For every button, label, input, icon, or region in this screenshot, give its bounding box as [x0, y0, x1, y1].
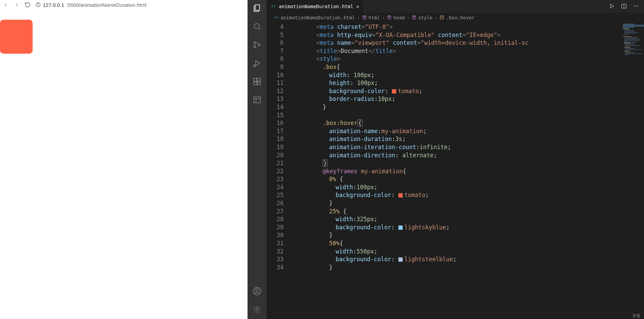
browser-toolbar: 127.0.0.1:5500/animationNameDuration.htm…	[0, 0, 248, 10]
forward-icon[interactable]	[14, 2, 20, 8]
tab-filename: animationNameDuration.html	[279, 4, 353, 9]
close-icon[interactable]: ×	[356, 3, 359, 10]
breadcrumbs[interactable]: animationNameDuration.html›html›head›sty…	[267, 13, 644, 22]
svg-line-5	[258, 28, 260, 30]
address-bar[interactable]: 127.0.0.1:5500/animationNameDuration.htm…	[35, 2, 147, 8]
svg-point-2	[38, 3, 38, 4]
code-content[interactable]: <meta charset="UTF-8"><meta http-equiv="…	[292, 22, 621, 319]
more-icon[interactable]	[633, 3, 639, 10]
svg-point-8	[258, 44, 260, 46]
html-file-icon	[271, 3, 276, 10]
split-editor-icon[interactable]	[621, 3, 627, 10]
svg-rect-11	[254, 82, 257, 85]
source-control-icon[interactable]	[252, 40, 262, 50]
explorer-icon[interactable]	[252, 3, 262, 13]
svg-point-6	[254, 42, 256, 43]
svg-rect-3	[255, 5, 260, 10]
svg-point-9	[253, 65, 256, 67]
back-icon[interactable]	[3, 2, 9, 8]
rendered-box[interactable]	[0, 20, 33, 54]
minimap[interactable]	[621, 22, 644, 319]
vscode-pane: animationNameDuration.html × animationNa…	[248, 0, 644, 319]
svg-point-19	[256, 308, 258, 311]
activity-bar	[248, 0, 267, 319]
tab-strip: animationNameDuration.html ×	[267, 0, 644, 13]
browser-pane: 127.0.0.1:5500/animationNameDuration.htm…	[0, 0, 248, 319]
url-path: :5500/animationNameDuration.html	[66, 2, 147, 8]
live-preview-icon[interactable]	[252, 95, 262, 105]
svg-point-24	[638, 5, 639, 6]
line-number-gutter: 4567891011121314151617181920212223242526…	[267, 22, 292, 319]
extensions-icon[interactable]	[252, 77, 262, 86]
svg-point-22	[634, 5, 635, 6]
url-host: 127.0.0.1	[43, 2, 64, 8]
settings-gear-icon[interactable]	[252, 305, 262, 314]
search-icon[interactable]	[252, 22, 262, 31]
debug-icon[interactable]	[252, 58, 262, 68]
status-right[interactable]: 분할	[629, 312, 644, 319]
tab-actions	[609, 0, 644, 13]
svg-rect-14	[254, 97, 260, 103]
svg-point-7	[254, 46, 256, 48]
code-area[interactable]: 4567891011121314151617181920212223242526…	[267, 22, 644, 319]
svg-rect-12	[257, 82, 260, 85]
account-icon[interactable]	[252, 286, 262, 296]
tab-active[interactable]: animationNameDuration.html ×	[267, 0, 364, 13]
browser-viewport	[0, 10, 248, 319]
svg-rect-13	[257, 78, 260, 81]
editor-area: animationNameDuration.html × animationNa…	[267, 0, 644, 319]
svg-rect-10	[254, 78, 257, 81]
svg-point-18	[256, 289, 258, 291]
svg-point-23	[636, 5, 637, 6]
svg-point-4	[254, 23, 259, 29]
run-icon[interactable]	[609, 3, 615, 10]
reload-icon[interactable]	[24, 2, 31, 8]
info-icon	[35, 2, 41, 7]
